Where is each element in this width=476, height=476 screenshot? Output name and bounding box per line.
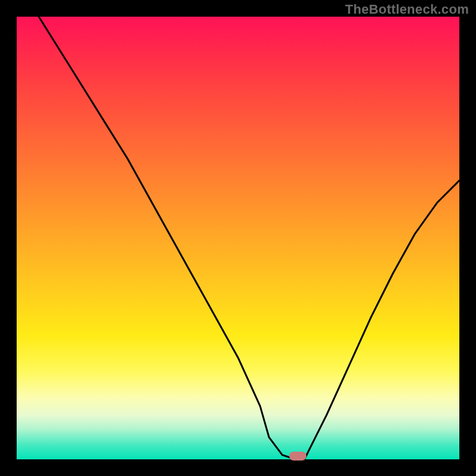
plot-area: [17, 17, 459, 459]
watermark-text: TheBottleneck.com: [345, 2, 469, 17]
bottleneck-curve: [39, 17, 459, 459]
curve-svg: [17, 17, 459, 459]
optimal-marker: [289, 452, 307, 461]
chart-container: TheBottleneck.com: [0, 0, 476, 476]
